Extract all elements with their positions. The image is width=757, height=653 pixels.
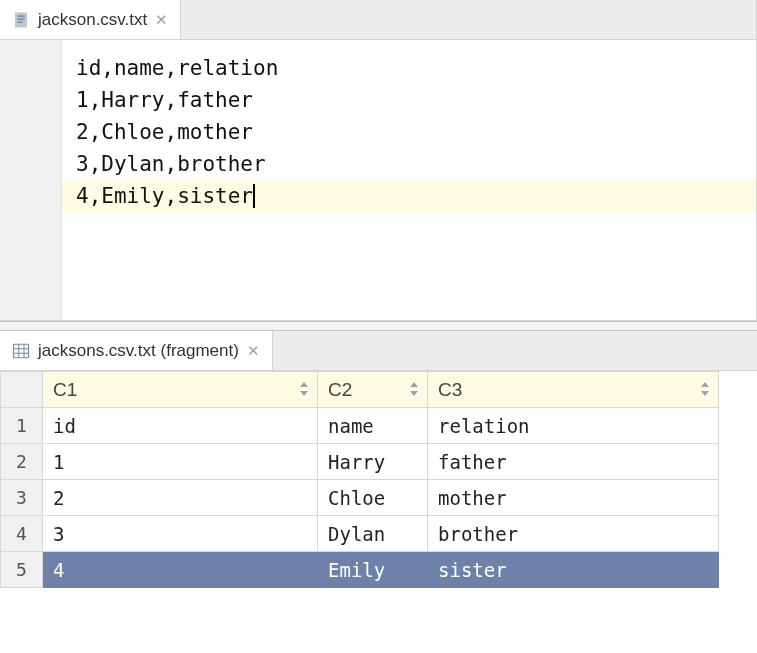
table-cell[interactable]: 2 (43, 480, 318, 516)
code-line[interactable]: 3,Dylan,brother (76, 148, 744, 180)
code-line[interactable]: id,name,relation (76, 52, 744, 84)
row-number[interactable]: 5 (1, 552, 43, 588)
column-header[interactable]: C3 (428, 372, 719, 408)
text-file-icon (12, 11, 30, 29)
svg-rect-0 (15, 12, 27, 27)
table-cell[interactable]: sister (428, 552, 719, 588)
svg-rect-4 (14, 344, 29, 358)
editor-tab-label: jackson.csv.txt (38, 10, 147, 30)
column-header[interactable]: C2 (318, 372, 428, 408)
code-area[interactable]: id,name,relation1,Harry,father2,Chloe,mo… (62, 40, 756, 320)
table-icon (12, 342, 30, 360)
column-header-row: C1 C2 C3 (1, 372, 719, 408)
row-number-header (1, 372, 43, 408)
table-tabbar: jacksons.csv.txt (fragment) ✕ (0, 331, 757, 371)
row-number[interactable]: 2 (1, 444, 43, 480)
column-header[interactable]: C1 (43, 372, 318, 408)
table-cell[interactable]: relation (428, 408, 719, 444)
close-icon[interactable]: ✕ (247, 343, 260, 358)
table-row[interactable]: 21Harryfather (1, 444, 719, 480)
table-cell[interactable]: 1 (43, 444, 318, 480)
close-icon[interactable]: ✕ (155, 12, 168, 27)
table-cell[interactable]: name (318, 408, 428, 444)
table-cell[interactable]: 4 (43, 552, 318, 588)
sort-icon[interactable] (700, 382, 710, 398)
svg-rect-1 (17, 15, 25, 16)
code-line[interactable]: 2,Chloe,mother (76, 116, 744, 148)
text-editor-pane: jackson.csv.txt ✕ id,name,relation1,Harr… (0, 0, 757, 321)
table-cell[interactable]: id (43, 408, 318, 444)
code-line[interactable]: 4,Emily,sister (62, 180, 756, 212)
table-cell[interactable]: Chloe (318, 480, 428, 516)
table-view-pane: jacksons.csv.txt (fragment) ✕ C1 C2 (0, 331, 757, 588)
table-tab-label: jacksons.csv.txt (fragment) (38, 341, 239, 361)
table-cell[interactable]: father (428, 444, 719, 480)
table-row[interactable]: 43Dylanbrother (1, 516, 719, 552)
sort-icon[interactable] (299, 382, 309, 398)
table-cell[interactable]: Emily (318, 552, 428, 588)
code-line[interactable]: 1,Harry,father (76, 84, 744, 116)
table-cell[interactable]: brother (428, 516, 719, 552)
svg-rect-3 (17, 21, 22, 22)
editor-gutter (0, 40, 62, 320)
row-number[interactable]: 1 (1, 408, 43, 444)
sort-icon[interactable] (409, 382, 419, 398)
table-tab[interactable]: jacksons.csv.txt (fragment) ✕ (0, 331, 273, 370)
table-cell[interactable]: 3 (43, 516, 318, 552)
table-cell[interactable]: Harry (318, 444, 428, 480)
row-number[interactable]: 3 (1, 480, 43, 516)
table-cell[interactable]: Dylan (318, 516, 428, 552)
column-label: C1 (53, 379, 77, 400)
column-label: C2 (328, 379, 352, 400)
editor-tabbar: jackson.csv.txt ✕ (0, 0, 756, 40)
svg-rect-2 (17, 18, 25, 19)
data-grid[interactable]: C1 C2 C3 (0, 371, 719, 588)
table-row[interactable]: 32Chloemother (1, 480, 719, 516)
editor-body: id,name,relation1,Harry,father2,Chloe,mo… (0, 40, 756, 320)
column-label: C3 (438, 379, 462, 400)
table-row[interactable]: 1idnamerelation (1, 408, 719, 444)
editor-tab[interactable]: jackson.csv.txt ✕ (0, 0, 181, 39)
table-cell[interactable]: mother (428, 480, 719, 516)
row-number[interactable]: 4 (1, 516, 43, 552)
table-row[interactable]: 54Emilysister (1, 552, 719, 588)
pane-separator[interactable] (0, 321, 757, 331)
